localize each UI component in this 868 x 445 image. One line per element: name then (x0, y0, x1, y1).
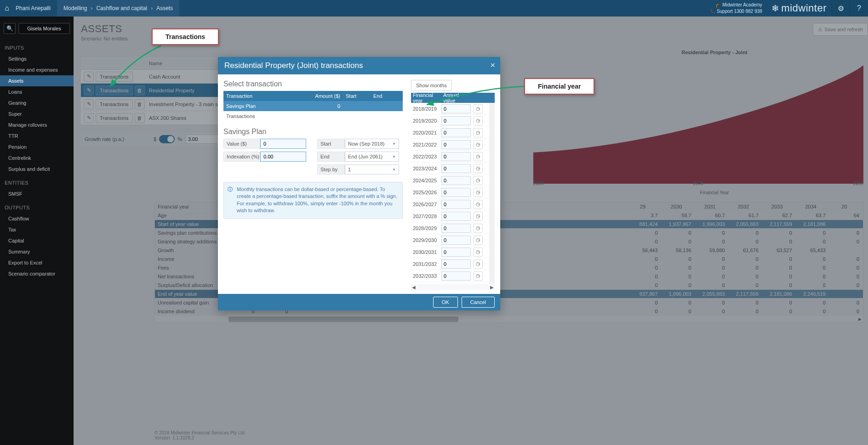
fy-row: 2026/2027 ◷ (411, 198, 489, 210)
trash-icon[interactable]: 🗑 (135, 113, 145, 123)
fy-row: 2025/2026 ◷ (411, 186, 489, 198)
edit-icon[interactable]: ✎ (84, 99, 94, 109)
sidebar-item-super[interactable]: Super (0, 108, 74, 119)
sidebar-item-scenario-comparator[interactable]: Scenario comparator (0, 268, 74, 279)
edit-icon[interactable]: ✎ (84, 72, 94, 82)
transaction-row[interactable]: Transactions (223, 111, 403, 121)
close-icon[interactable]: ✕ (490, 62, 496, 69)
sidebar-item-assets[interactable]: Assets (0, 75, 74, 86)
sidebar-item-gearing[interactable]: Gearing (0, 97, 74, 108)
clock-icon[interactable]: ◷ (474, 248, 483, 257)
clock-icon[interactable]: ◷ (474, 259, 483, 269)
clock-icon[interactable]: ◷ (474, 200, 483, 209)
fy-value-input[interactable] (441, 212, 471, 221)
gear-icon[interactable]: ⚙ (831, 0, 850, 17)
edit-icon[interactable]: ✎ (84, 113, 94, 123)
transactions-modal: Residential Property (Joint) transaction… (218, 57, 500, 310)
chart-x-ticks: 203920492059 (533, 181, 863, 186)
sidebar-item-loans[interactable]: Loans (0, 86, 74, 97)
crumb-1[interactable]: Cashflow and capital (96, 5, 147, 11)
fy-h-scrollbar[interactable]: ◀▶ (411, 284, 495, 290)
fy-row: 2022/2023 ◷ (411, 151, 489, 163)
fy-value-input[interactable] (441, 200, 471, 209)
crumb-0[interactable]: Modelling (63, 5, 87, 11)
sidebar-item-cashflow[interactable]: Cashflow (0, 213, 74, 224)
brand-logo: ❄midwinter (767, 2, 831, 14)
growth-toggle[interactable] (159, 135, 175, 143)
sidebar-item-tax[interactable]: Tax (0, 224, 74, 235)
clock-icon[interactable]: ◷ (474, 271, 483, 281)
crumb-2[interactable]: Assets (156, 5, 173, 11)
value-input[interactable] (260, 139, 306, 149)
fy-value-input[interactable] (441, 164, 471, 173)
clock-icon[interactable]: ◷ (474, 140, 483, 149)
top-user-name[interactable]: Phani Anepalli (14, 5, 57, 11)
fy-value-input[interactable] (441, 188, 471, 197)
table-h-scrollbar[interactable]: ◀ ▶ (155, 316, 863, 322)
step-select[interactable]: 1▼ (345, 164, 399, 175)
fy-value-input[interactable] (441, 140, 471, 149)
sidebar-item-settings[interactable]: Settings (0, 53, 74, 64)
growth-rate-input[interactable] (186, 135, 223, 144)
home-icon[interactable]: ⌂ (0, 4, 14, 12)
clock-icon[interactable]: ◷ (474, 176, 483, 185)
fy-value-input[interactable] (441, 152, 471, 161)
start-select[interactable]: Now (Sep 2018)▼ (345, 139, 399, 149)
clock-icon[interactable]: ◷ (474, 236, 483, 245)
clock-icon[interactable]: ◷ (474, 152, 483, 161)
clock-icon[interactable]: ◷ (474, 104, 483, 113)
chart-x-label: Financial Year (588, 190, 840, 195)
breadcrumb: Modelling› Cashflow and capital› Assets (57, 0, 179, 17)
fy-value-input[interactable] (441, 271, 471, 281)
transactions-button[interactable]: Transactions (96, 85, 133, 96)
clock-icon[interactable]: ◷ (474, 164, 483, 173)
edit-icon[interactable]: ✎ (84, 85, 94, 96)
ok-button[interactable]: OK (433, 297, 458, 308)
clock-icon[interactable]: ◷ (474, 116, 483, 125)
clock-icon[interactable]: ◷ (474, 224, 483, 233)
modal-title: Residential Property (Joint) transaction… (224, 61, 363, 70)
trash-icon[interactable]: 🗑 (135, 85, 145, 96)
sidebar-item-surplus-and-deficit[interactable]: Surplus and deficit (0, 163, 74, 175)
sidebar-item-summary[interactable]: Summary (0, 246, 74, 257)
sidebar-item-capital[interactable]: Capital (0, 235, 74, 246)
fy-value-input[interactable] (441, 248, 471, 257)
clock-icon[interactable]: ◷ (474, 128, 483, 137)
fy-value-input[interactable] (441, 224, 471, 233)
clock-icon[interactable]: ◷ (474, 212, 483, 221)
clock-icon[interactable]: ◷ (474, 188, 483, 197)
indexation-input[interactable] (260, 152, 306, 162)
cancel-button[interactable]: Cancel (462, 297, 495, 308)
fy-value-input[interactable] (441, 104, 471, 113)
save-refresh-button[interactable]: ⚠ Save and refresh (813, 23, 868, 36)
transactions-button[interactable]: Transactions (96, 72, 133, 82)
search-icon[interactable]: 🔍 (4, 23, 16, 34)
sidebar-item-pension[interactable]: Pension (0, 141, 74, 152)
fy-value-input[interactable] (441, 128, 471, 137)
sidebar-item-export-to-excel[interactable]: Export to Excel (0, 257, 74, 268)
sidebar-item-income-and-expenses[interactable]: Income and expenses (0, 64, 74, 75)
sidebar-item-centrelink[interactable]: Centrelink (0, 152, 74, 163)
modal-header: Residential Property (Joint) transaction… (218, 57, 500, 74)
transaction-row[interactable]: Savings Plan0 (223, 101, 403, 111)
fy-row: 2027/2028 ◷ (411, 210, 489, 222)
trash-icon[interactable]: 🗑 (135, 99, 145, 109)
help-icon[interactable]: ? (850, 0, 868, 17)
fy-row: 2029/2030 ◷ (411, 234, 489, 246)
fy-value-input[interactable] (441, 176, 471, 185)
transactions-button[interactable]: Transactions (96, 99, 133, 109)
fy-row: 2018/2019 ◷ (411, 103, 489, 115)
transactions-button[interactable]: Transactions (96, 113, 133, 123)
client-name[interactable]: Gisela Morales (18, 23, 70, 34)
sidebar-item-smsf[interactable]: SMSF (0, 188, 74, 199)
show-months-button[interactable]: Show months (411, 80, 452, 91)
fy-value-input[interactable] (441, 116, 471, 125)
fy-scrollbar[interactable] (489, 103, 495, 172)
end-select[interactable]: End (Jun 2061)▼ (345, 152, 399, 162)
fy-row: 2032/2033 ◷ (411, 270, 489, 282)
sidebar-item-manage-rollovers[interactable]: Manage rollovers (0, 119, 74, 130)
fy-value-input[interactable] (441, 236, 471, 245)
info-note: ⓘ Monthly transactions can be dollar-bas… (223, 182, 403, 219)
fy-value-input[interactable] (441, 259, 471, 269)
sidebar-item-ttr[interactable]: TTR (0, 130, 74, 141)
